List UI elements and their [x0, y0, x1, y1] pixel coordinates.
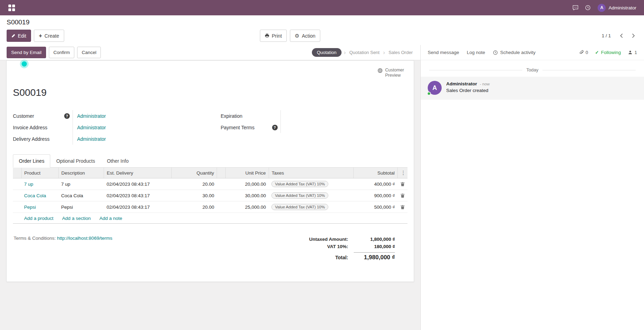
control-panel-buttons: Edit + Create [7, 30, 637, 42]
payment-terms-field-value[interactable] [281, 122, 285, 133]
print-button[interactable]: Print [260, 30, 287, 42]
breadcrumb[interactable]: S00019 [7, 18, 637, 26]
state-quotation-sent[interactable]: Quotation Sent [348, 50, 381, 55]
state-sales-order[interactable]: Sales Order [388, 50, 414, 55]
quantity-cell: 20.00 [172, 201, 217, 213]
tab-optional-products[interactable]: Optional Products [50, 154, 101, 168]
subtotal-cell: 900,000 ₫ [354, 190, 398, 201]
log-note-button[interactable]: Log note [467, 50, 485, 55]
confirm-button[interactable]: Confirm [49, 47, 74, 58]
tab-order-lines[interactable]: Order Lines [13, 154, 50, 168]
est-delivery-cell: 02/04/2023 08:43:17 [104, 190, 171, 201]
attachment-count: 0 [586, 50, 588, 55]
order-lines-table: Product Description Est. Delivery Quanti… [13, 168, 407, 224]
schedule-activity-button[interactable]: Schedule activity [493, 50, 536, 55]
top-navbar: A Administrator [0, 0, 644, 15]
avatar-initial: A [433, 84, 437, 92]
invoice-address-field-value[interactable]: Administrator [77, 125, 106, 130]
order-line-row[interactable]: 7 up 7 up 02/04/2023 08:43:17 20.00 20,0… [13, 178, 407, 190]
apps-menu-button[interactable] [6, 2, 17, 14]
description-cell: Coca Cola [58, 190, 104, 201]
print-button-label: Print [272, 33, 282, 39]
delete-row-button[interactable] [400, 205, 405, 209]
column-description[interactable]: Description [58, 168, 104, 178]
order-line-row[interactable]: Coca Cola Coca Cola 02/04/2023 08:43:17 … [13, 190, 407, 201]
help-icon[interactable]: ? [64, 113, 70, 119]
message-author[interactable]: Administrator [446, 81, 477, 86]
form-sheet: Customer Preview S00019 Customer ? Admin… [6, 60, 414, 282]
row-handle[interactable] [13, 190, 21, 201]
column-unit-price[interactable]: Unit Price [225, 168, 269, 178]
state-quotation[interactable]: Quotation [312, 48, 341, 57]
delivery-address-field-value[interactable]: Administrator [77, 136, 106, 142]
trash-icon [400, 182, 405, 186]
expiration-field-value[interactable] [281, 110, 285, 122]
vat-label: VAT 10%: [327, 244, 348, 249]
column-product[interactable]: Product [21, 168, 58, 178]
vat-value: 180,000 ₫ [354, 244, 395, 249]
invoice-address-field-label: Invoice Address [13, 125, 47, 130]
activities-button[interactable] [582, 1, 594, 14]
workspace: Send by Email Confirm Cancel Quotation ›… [0, 45, 644, 330]
schedule-activity-label: Schedule activity [500, 50, 536, 55]
vat-row: VAT 10%: 180,000 ₫ [309, 243, 395, 250]
total-label: Total: [335, 255, 348, 260]
column-subtotal[interactable]: Subtotal [354, 168, 398, 178]
delivery-address-field-label: Delivery Address [13, 136, 50, 142]
create-button[interactable]: + Create [34, 30, 64, 42]
expiration-field: Expiration [221, 110, 408, 122]
edit-button[interactable]: Edit [7, 30, 31, 42]
pager: 1 / 1 [602, 30, 637, 42]
terms-link[interactable]: http://localhost:8069/terms [57, 236, 112, 241]
pager-next-button[interactable] [629, 31, 637, 41]
control-panel: S00019 Edit + Create Print ⚙ Action 1 / … [0, 15, 644, 45]
form-view-background: Customer Preview S00019 Customer ? Admin… [0, 60, 420, 330]
column-est-delivery[interactable]: Est. Delivery [104, 168, 171, 178]
row-handle[interactable] [13, 178, 21, 190]
followers-button[interactable]: 1 [628, 50, 637, 55]
chevron-left-icon [620, 33, 623, 38]
state-separator-icon: › [344, 49, 346, 55]
chevron-right-icon [632, 33, 635, 38]
product-link[interactable]: 7 up [24, 182, 33, 187]
spacer-cell [217, 178, 225, 190]
delete-row-button[interactable] [400, 193, 405, 198]
cancel-button[interactable]: Cancel [77, 47, 101, 58]
column-taxes[interactable]: Taxes [269, 168, 353, 178]
add-section-link[interactable]: Add a section [62, 216, 91, 221]
chatter-topbar: Send message Log note Schedule activity … [421, 45, 644, 60]
payment-terms-field: Payment Terms ? [221, 122, 408, 133]
customer-field-value[interactable]: Administrator [77, 113, 106, 119]
product-link[interactable]: Pepsi [24, 205, 36, 210]
clock-icon [493, 50, 498, 55]
add-note-link[interactable]: Add a note [99, 216, 122, 221]
attachments-button[interactable]: 0 [579, 50, 588, 55]
onboarding-indicator[interactable] [22, 61, 27, 67]
gear-icon: ⚙ [295, 33, 299, 38]
tab-other-info[interactable]: Other Info [101, 154, 134, 168]
user-menu[interactable]: A Administrator [594, 0, 638, 15]
messages-button[interactable] [569, 1, 582, 14]
send-by-email-button[interactable]: Send by Email [7, 47, 46, 58]
column-quantity[interactable]: Quantity [172, 168, 217, 178]
pager-count: 1 / 1 [602, 33, 611, 38]
pager-previous-button[interactable] [617, 31, 626, 41]
customer-preview-label: Customer Preview [385, 68, 408, 78]
quantity-cell: 20.00 [172, 178, 217, 190]
action-button[interactable]: ⚙ Action [290, 30, 320, 42]
chatter-message[interactable]: A Administrator - now Sales Order create… [421, 77, 644, 100]
help-icon[interactable]: ? [272, 125, 278, 130]
optional-columns-button[interactable]: ⋮ [400, 170, 405, 176]
subtotal-cell: 400,000 ₫ [354, 178, 398, 190]
delete-row-button[interactable] [400, 182, 405, 186]
following-button[interactable]: ✓ Following [595, 50, 621, 55]
order-line-row[interactable]: Pepsi Pepsi 02/04/2023 08:43:17 20.00 25… [13, 201, 407, 213]
product-link[interactable]: Coca Cola [24, 193, 46, 198]
message-time: - now [480, 82, 490, 86]
date-divider-label: Today [522, 67, 543, 72]
add-product-link[interactable]: Add a product [24, 216, 53, 221]
send-message-button[interactable]: Send message [428, 50, 459, 55]
row-handle[interactable] [13, 201, 21, 213]
spacer-cell [217, 201, 225, 213]
customer-preview-link[interactable]: Customer Preview [377, 68, 408, 78]
